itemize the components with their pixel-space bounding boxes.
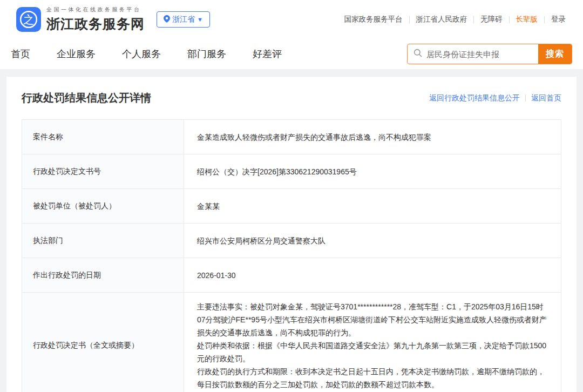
search-box: 搜索 xyxy=(407,44,572,64)
table-row: 执法部门 绍兴市公安局柯桥区分局交通警察大队 xyxy=(22,224,561,258)
link-elderly-version[interactable]: 长辈版 xyxy=(516,15,538,24)
search-field xyxy=(408,44,538,64)
row-value-decision-doc-number: 绍柯公（交）决字[2026]第330621290031965号 xyxy=(184,154,561,189)
table-row: 行政处罚决定文书号 绍柯公（交）决字[2026]第330621290031965… xyxy=(22,154,561,189)
table-row: 行政处罚决定书（全文或摘要） 主要违法事实：被处罚对象金某，驾驶证号3701**… xyxy=(22,293,561,392)
row-value-penalty-date: 2026-01-30 xyxy=(184,258,561,293)
row-value-case-name: 金某造成致人轻微伤或者财产损失的交通事故后逃逸，尚不构成犯罪案 xyxy=(184,120,561,154)
region-selector-label: 浙江省 xyxy=(172,15,195,24)
nav-item-rating[interactable]: 好差评 xyxy=(253,48,282,60)
row-label-case-name: 案件名称 xyxy=(22,120,184,154)
region-selector-button[interactable]: 浙江省 ▼ xyxy=(157,11,210,28)
row-label-enforcement-department: 执法部门 xyxy=(22,224,184,258)
link-provincial-gov[interactable]: 浙江省人民政府 xyxy=(416,15,467,24)
utility-links: 国家政务服务平台 浙江省人民政府 无障碍 长辈版 登录 xyxy=(344,15,566,24)
search-input[interactable] xyxy=(422,50,538,59)
main-nav-bar: 首页 企业服务 个人服务 部门服务 好差评 搜索 xyxy=(0,39,583,69)
main-nav: 首页 企业服务 个人服务 部门服务 好差评 xyxy=(11,48,282,60)
table-row: 案件名称 金某造成致人轻微伤或者财产损失的交通事故后逃逸，尚不构成犯罪案 xyxy=(22,120,561,154)
nav-item-home[interactable]: 首页 xyxy=(11,48,30,60)
link-accessibility[interactable]: 无障碍 xyxy=(480,15,503,24)
row-label-punished-party: 被处罚单位（被处罚人） xyxy=(22,189,184,224)
row-value-decision-document: 主要违法事实：被处罚对象金某，驾驶证号3701************28，准驾… xyxy=(184,293,561,392)
divider xyxy=(509,16,510,23)
back-to-list-link[interactable]: 返回行政处罚结果信息公开 xyxy=(429,93,520,103)
back-to-home-link[interactable]: 返回首页 xyxy=(531,93,561,103)
nav-item-enterprise-services[interactable]: 企业服务 xyxy=(57,48,96,60)
row-label-penalty-date: 作出行政处罚的日期 xyxy=(22,258,184,293)
divider xyxy=(544,16,545,23)
platform-tagline: 全国一体化在线政务服务平台 xyxy=(46,6,145,13)
content-area: 行政处罚结果信息公开详情 返回行政处罚结果信息公开 返回首页 案件名称 金某造成… xyxy=(0,69,583,392)
card-header: 行政处罚结果信息公开详情 返回行政处罚结果信息公开 返回首页 xyxy=(22,91,561,105)
back-links: 返回行政处罚结果信息公开 返回首页 xyxy=(429,93,561,103)
chevron-down-icon: ▼ xyxy=(197,17,203,23)
divider xyxy=(473,16,474,23)
site-name: 浙江政务服务网 xyxy=(46,15,145,33)
table-row: 作出行政处罚的日期 2026-01-30 xyxy=(22,258,561,293)
site-logo-icon: 之 xyxy=(16,7,41,32)
brand-area: 之 全国一体化在线政务服务平台 浙江政务服务网 浙江省 ▼ xyxy=(16,6,210,33)
link-national-platform[interactable]: 国家政务服务平台 xyxy=(344,15,403,24)
top-header: 之 全国一体化在线政务服务平台 浙江政务服务网 浙江省 ▼ 国家政务服务平台 浙… xyxy=(0,0,583,39)
nav-item-personal-services[interactable]: 个人服务 xyxy=(122,48,161,60)
search-button[interactable]: 搜索 xyxy=(538,44,572,64)
svg-text:之: 之 xyxy=(23,13,34,26)
divider xyxy=(409,16,410,23)
row-value-enforcement-department: 绍兴市公安局柯桥区分局交通警察大队 xyxy=(184,224,561,258)
penalty-detail-table: 案件名称 金某造成致人轻微伤或者财产损失的交通事故后逃逸，尚不构成犯罪案 行政处… xyxy=(22,119,561,392)
location-pin-icon xyxy=(164,15,170,24)
detail-card: 行政处罚结果信息公开详情 返回行政处罚结果信息公开 返回首页 案件名称 金某造成… xyxy=(6,77,577,392)
page-title: 行政处罚结果信息公开详情 xyxy=(22,91,151,105)
row-label-decision-document: 行政处罚决定书（全文或摘要） xyxy=(22,293,184,392)
row-label-decision-doc-number: 行政处罚决定文书号 xyxy=(22,154,184,189)
link-login[interactable]: 登录 xyxy=(551,15,566,24)
nav-item-department-services[interactable]: 部门服务 xyxy=(187,48,226,60)
row-value-punished-party: 金某某 xyxy=(184,189,561,224)
divider xyxy=(525,94,526,102)
table-row: 被处罚单位（被处罚人） 金某某 xyxy=(22,189,561,224)
brand-text: 全国一体化在线政务服务平台 浙江政务服务网 xyxy=(46,6,145,33)
search-icon xyxy=(413,49,422,59)
